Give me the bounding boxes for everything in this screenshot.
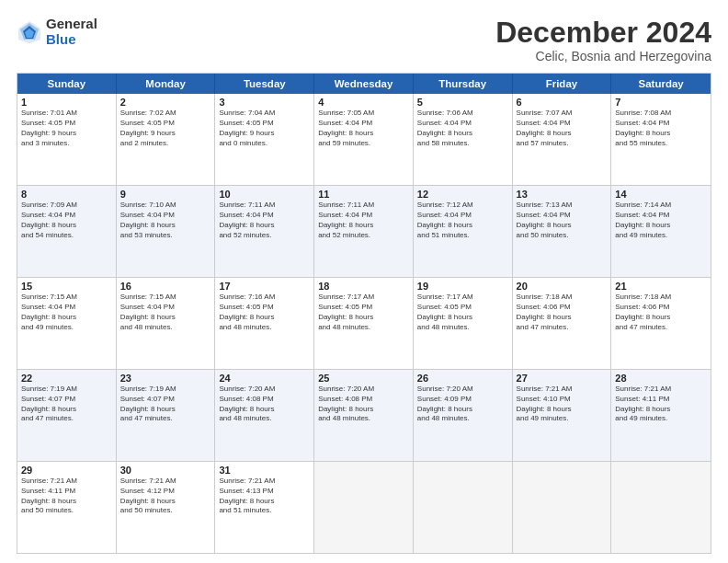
day-number: 26 [417,373,508,384]
cell-info: Sunrise: 7:15 AMSunset: 4:04 PMDaylight:… [21,293,112,332]
day-number: 20 [517,281,608,292]
calendar-row-5: 29Sunrise: 7:21 AMSunset: 4:11 PMDayligh… [17,462,711,553]
cell-info: Sunrise: 7:20 AMSunset: 4:09 PMDaylight:… [417,385,508,424]
calendar-cell: 2Sunrise: 7:02 AMSunset: 4:05 PMDaylight… [117,94,216,185]
header-day-friday: Friday [513,74,612,94]
logo-blue: Blue [46,32,97,48]
day-number: 31 [219,465,310,476]
calendar-cell: 14Sunrise: 7:14 AMSunset: 4:04 PMDayligh… [611,186,711,277]
cell-info: Sunrise: 7:21 AMSunset: 4:12 PMDaylight:… [120,477,211,516]
day-number: 30 [120,465,211,476]
calendar-cell: 16Sunrise: 7:15 AMSunset: 4:04 PMDayligh… [117,278,216,369]
calendar-cell: 17Sunrise: 7:16 AMSunset: 4:05 PMDayligh… [215,278,314,369]
calendar-cell [611,462,711,553]
calendar-cell: 11Sunrise: 7:11 AMSunset: 4:04 PMDayligh… [314,186,414,277]
day-number: 19 [417,281,508,292]
day-number: 1 [21,97,112,108]
calendar-cell: 31Sunrise: 7:21 AMSunset: 4:13 PMDayligh… [215,462,314,553]
calendar-cell [414,462,513,553]
logo-icon [17,19,42,45]
calendar-cell: 4Sunrise: 7:05 AMSunset: 4:04 PMDaylight… [314,94,414,185]
calendar-row-3: 15Sunrise: 7:15 AMSunset: 4:04 PMDayligh… [17,278,711,370]
header-day-tuesday: Tuesday [215,74,314,94]
cell-info: Sunrise: 7:18 AMSunset: 4:06 PMDaylight:… [517,293,608,332]
calendar-cell: 8Sunrise: 7:09 AMSunset: 4:04 PMDaylight… [17,186,117,277]
cell-info: Sunrise: 7:01 AMSunset: 4:05 PMDaylight:… [21,109,112,148]
cell-info: Sunrise: 7:21 AMSunset: 4:11 PMDaylight:… [21,477,112,516]
cell-info: Sunrise: 7:08 AMSunset: 4:04 PMDaylight:… [615,109,707,148]
day-number: 2 [120,97,211,108]
cell-info: Sunrise: 7:09 AMSunset: 4:04 PMDaylight:… [21,201,112,240]
calendar-cell: 20Sunrise: 7:18 AMSunset: 4:06 PMDayligh… [513,278,612,369]
cell-info: Sunrise: 7:02 AMSunset: 4:05 PMDaylight:… [120,109,211,148]
calendar-cell: 1Sunrise: 7:01 AMSunset: 4:05 PMDaylight… [17,94,117,185]
calendar-row-1: 1Sunrise: 7:01 AMSunset: 4:05 PMDaylight… [17,94,711,186]
calendar-cell: 26Sunrise: 7:20 AMSunset: 4:09 PMDayligh… [414,370,513,461]
day-number: 12 [417,189,508,200]
cell-info: Sunrise: 7:14 AMSunset: 4:04 PMDaylight:… [615,201,707,240]
header-day-wednesday: Wednesday [314,74,414,94]
cell-info: Sunrise: 7:18 AMSunset: 4:06 PMDaylight:… [615,293,707,332]
day-number: 4 [318,97,409,108]
day-number: 28 [615,373,707,384]
calendar-cell: 13Sunrise: 7:13 AMSunset: 4:04 PMDayligh… [513,186,612,277]
cell-info: Sunrise: 7:21 AMSunset: 4:13 PMDaylight:… [219,477,310,516]
cell-info: Sunrise: 7:15 AMSunset: 4:04 PMDaylight:… [120,293,211,332]
day-number: 24 [219,373,310,384]
cell-info: Sunrise: 7:19 AMSunset: 4:07 PMDaylight:… [120,385,211,424]
header-day-monday: Monday [117,74,216,94]
cell-info: Sunrise: 7:05 AMSunset: 4:04 PMDaylight:… [318,109,409,148]
logo: General Blue [17,17,97,47]
calendar-row-4: 22Sunrise: 7:19 AMSunset: 4:07 PMDayligh… [17,370,711,462]
calendar-cell: 5Sunrise: 7:06 AMSunset: 4:04 PMDaylight… [414,94,513,185]
day-number: 15 [21,281,112,292]
cell-info: Sunrise: 7:04 AMSunset: 4:05 PMDaylight:… [219,109,310,148]
calendar-cell: 27Sunrise: 7:21 AMSunset: 4:10 PMDayligh… [513,370,612,461]
day-number: 22 [21,373,112,384]
calendar-header: SundayMondayTuesdayWednesdayThursdayFrid… [17,74,711,94]
calendar-cell: 3Sunrise: 7:04 AMSunset: 4:05 PMDaylight… [215,94,314,185]
day-number: 8 [21,189,112,200]
calendar-row-2: 8Sunrise: 7:09 AMSunset: 4:04 PMDaylight… [17,186,711,278]
calendar-cell: 15Sunrise: 7:15 AMSunset: 4:04 PMDayligh… [17,278,117,369]
calendar-cell: 28Sunrise: 7:21 AMSunset: 4:11 PMDayligh… [611,370,711,461]
day-number: 21 [615,281,707,292]
cell-info: Sunrise: 7:10 AMSunset: 4:04 PMDaylight:… [120,201,211,240]
cell-info: Sunrise: 7:19 AMSunset: 4:07 PMDaylight:… [21,385,112,424]
day-number: 11 [318,189,409,200]
day-number: 18 [318,281,409,292]
day-number: 16 [120,281,211,292]
cell-info: Sunrise: 7:21 AMSunset: 4:10 PMDaylight:… [517,385,608,424]
day-number: 23 [120,373,211,384]
day-number: 17 [219,281,310,292]
calendar-cell: 23Sunrise: 7:19 AMSunset: 4:07 PMDayligh… [117,370,216,461]
calendar-body: 1Sunrise: 7:01 AMSunset: 4:05 PMDaylight… [17,94,711,553]
day-number: 7 [615,97,707,108]
calendar-cell: 30Sunrise: 7:21 AMSunset: 4:12 PMDayligh… [117,462,216,553]
day-number: 29 [21,465,112,476]
cell-info: Sunrise: 7:17 AMSunset: 4:05 PMDaylight:… [417,293,508,332]
main-title: December 2024 [495,17,711,49]
day-number: 3 [219,97,310,108]
calendar-cell: 6Sunrise: 7:07 AMSunset: 4:04 PMDaylight… [513,94,612,185]
page: General Blue December 2024 Celic, Bosnia… [0,0,728,563]
logo-text: General Blue [46,17,97,47]
cell-info: Sunrise: 7:11 AMSunset: 4:04 PMDaylight:… [318,201,409,240]
day-number: 5 [417,97,508,108]
calendar-cell: 12Sunrise: 7:12 AMSunset: 4:04 PMDayligh… [414,186,513,277]
calendar-cell: 22Sunrise: 7:19 AMSunset: 4:07 PMDayligh… [17,370,117,461]
calendar-cell: 19Sunrise: 7:17 AMSunset: 4:05 PMDayligh… [414,278,513,369]
header-day-saturday: Saturday [611,74,711,94]
calendar-cell: 29Sunrise: 7:21 AMSunset: 4:11 PMDayligh… [17,462,117,553]
cell-info: Sunrise: 7:17 AMSunset: 4:05 PMDaylight:… [318,293,409,332]
calendar-cell: 25Sunrise: 7:20 AMSunset: 4:08 PMDayligh… [314,370,414,461]
cell-info: Sunrise: 7:11 AMSunset: 4:04 PMDaylight:… [219,201,310,240]
day-number: 10 [219,189,310,200]
calendar-cell: 7Sunrise: 7:08 AMSunset: 4:04 PMDaylight… [611,94,711,185]
calendar: SundayMondayTuesdayWednesdayThursdayFrid… [17,73,711,554]
day-number: 27 [517,373,608,384]
day-number: 14 [615,189,707,200]
title-block: December 2024 Celic, Bosnia and Herzegov… [495,17,711,63]
header: General Blue December 2024 Celic, Bosnia… [17,17,711,63]
day-number: 25 [318,373,409,384]
